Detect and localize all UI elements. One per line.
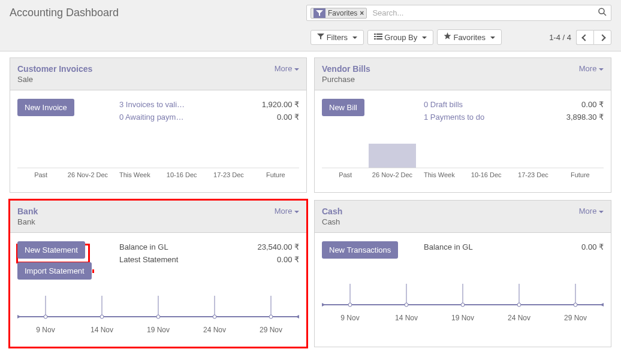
highlight-mark	[92, 269, 94, 273]
amount-value: 0.00 ₹	[538, 99, 604, 111]
chart-tick-label: 10-16 Dec	[158, 171, 205, 178]
card-title[interactable]: Vendor Bills	[322, 64, 579, 74]
new-invoice-button[interactable]: New Invoice	[17, 99, 74, 116]
balance-label: Balance in GL	[424, 241, 538, 254]
search-facet-favorites[interactable]: Favorites ×	[310, 8, 367, 19]
chevron-down-icon	[599, 64, 604, 73]
control-panel: Accounting Dashboard Favorites × Filters	[0, 0, 621, 51]
card-customer-invoices: Customer Invoices Sale More New Invoice …	[10, 57, 307, 193]
chart-tick-label: Past	[17, 171, 64, 178]
kanban-board: Customer Invoices Sale More New Invoice …	[0, 51, 621, 353]
chart-tick-label: 9 Nov	[17, 326, 74, 334]
chart-tick-label: Future	[557, 171, 604, 178]
payments-todo-link[interactable]: 1 Payments to do	[424, 111, 514, 124]
more-button[interactable]: More	[579, 207, 604, 216]
card-title[interactable]: Bank	[17, 207, 275, 216]
groupby-button[interactable]: Group By	[367, 30, 433, 45]
more-button[interactable]: More	[275, 64, 299, 73]
svg-rect-7	[376, 38, 382, 40]
chart-tick-label: Future	[252, 171, 299, 178]
svg-marker-33	[600, 303, 604, 307]
filters-button[interactable]: Filters	[310, 30, 364, 45]
search-input[interactable]	[370, 7, 598, 19]
more-button[interactable]: More	[275, 207, 299, 216]
star-icon	[444, 32, 451, 42]
svg-point-25	[405, 303, 408, 307]
pager-prev-button[interactable]	[576, 30, 593, 45]
balance-label: Balance in GL	[119, 241, 233, 254]
search-icon[interactable]	[598, 7, 607, 19]
chart-tick-label: 10-16 Dec	[463, 171, 510, 178]
line-chart: 9 Nov14 Nov19 Nov24 Nov29 Nov	[322, 281, 604, 335]
chart-tick-label: 17-23 Dec	[510, 171, 556, 178]
new-transactions-button[interactable]: New Transactions	[322, 241, 398, 259]
chart-tick-label: 29 Nov	[243, 326, 299, 334]
card-subtitle: Sale	[17, 75, 275, 84]
svg-rect-6	[374, 38, 376, 40]
close-icon[interactable]: ×	[360, 9, 364, 17]
chart-tick-label: 19 Nov	[435, 314, 491, 322]
amount-value: 1,920.00 ₹	[233, 99, 299, 111]
svg-rect-2	[374, 34, 376, 35]
card-cash: Cash Cash More New Transactions Balance …	[314, 200, 611, 347]
list-icon	[374, 33, 382, 42]
chart-tick-label: 24 Nov	[186, 326, 243, 334]
bar-chart: Past26 Nov-2 DecThis Week10-16 Dec17-23 …	[322, 138, 604, 192]
more-button[interactable]: More	[579, 64, 604, 73]
svg-point-16	[213, 315, 216, 318]
svg-marker-20	[296, 315, 299, 318]
svg-line-1	[604, 13, 606, 16]
chevron-left-icon	[583, 33, 587, 42]
chevron-down-icon	[352, 33, 357, 42]
pager-next-button[interactable]	[593, 30, 611, 45]
svg-point-10	[44, 315, 47, 318]
card-subtitle: Purchase	[322, 75, 579, 84]
chart-tick-label: This Week	[111, 171, 158, 178]
card-title[interactable]: Customer Invoices	[17, 64, 275, 74]
chevron-down-icon	[294, 64, 299, 73]
new-statement-button[interactable]: New Statement	[17, 241, 85, 259]
chart-tick-label: 14 Nov	[74, 326, 130, 334]
chart-tick-label: 26 Nov-2 Dec	[369, 171, 415, 178]
svg-point-23	[348, 303, 352, 307]
page-title: Accounting Dashboard	[10, 7, 306, 19]
invoices-to-validate-link[interactable]: 3 Invoices to vali…	[119, 99, 209, 111]
pager-text: 1-4 / 4	[549, 33, 571, 42]
chart-tick-label: 29 Nov	[547, 314, 604, 322]
chevron-down-icon	[490, 33, 495, 42]
card-bank: Bank Bank More New Statement Import Stat…	[10, 200, 307, 347]
chevron-right-icon	[600, 33, 605, 42]
svg-point-14	[156, 315, 160, 318]
svg-marker-32	[322, 303, 325, 307]
chart-tick-label: This Week	[416, 171, 463, 178]
svg-point-0	[599, 8, 604, 14]
card-vendor-bills: Vendor Bills Purchase More New Bill 0 Dr…	[314, 57, 611, 193]
chart-tick-label: Past	[322, 171, 369, 178]
svg-point-29	[517, 303, 521, 307]
new-bill-button[interactable]: New Bill	[322, 99, 364, 116]
svg-point-27	[461, 303, 465, 307]
favorites-button[interactable]: Favorites	[437, 29, 502, 45]
amount-value: 0.00 ₹	[538, 241, 604, 254]
card-subtitle: Cash	[322, 217, 579, 226]
amount-value: 3,898.30 ₹	[538, 111, 604, 124]
amount-value: 23,540.00 ₹	[233, 241, 299, 254]
draft-bills-link[interactable]: 0 Draft bills	[424, 99, 514, 111]
latest-statement-label: Latest Statement	[119, 254, 233, 266]
svg-rect-4	[374, 36, 376, 37]
chart-tick-label: 19 Nov	[130, 326, 186, 334]
svg-rect-5	[376, 36, 382, 37]
chart-tick-label: 9 Nov	[322, 314, 378, 322]
chevron-down-icon	[599, 207, 604, 216]
funnel-icon	[317, 33, 324, 42]
card-title[interactable]: Cash	[322, 207, 579, 216]
search-bar[interactable]: Favorites ×	[306, 5, 611, 21]
amount-value: 0.00 ₹	[233, 111, 299, 124]
amount-value: 0.00 ₹	[233, 254, 299, 266]
import-statement-button[interactable]: Import Statement	[17, 262, 92, 280]
bar-chart: Past26 Nov-2 DecThis Week10-16 Dec17-23 …	[17, 138, 299, 192]
funnel-icon	[313, 8, 325, 18]
chart-tick-label: 14 Nov	[378, 314, 435, 322]
line-chart: 9 Nov14 Nov19 Nov24 Nov29 Nov	[17, 293, 299, 347]
awaiting-payments-link[interactable]: 0 Awaiting paym…	[119, 111, 209, 124]
